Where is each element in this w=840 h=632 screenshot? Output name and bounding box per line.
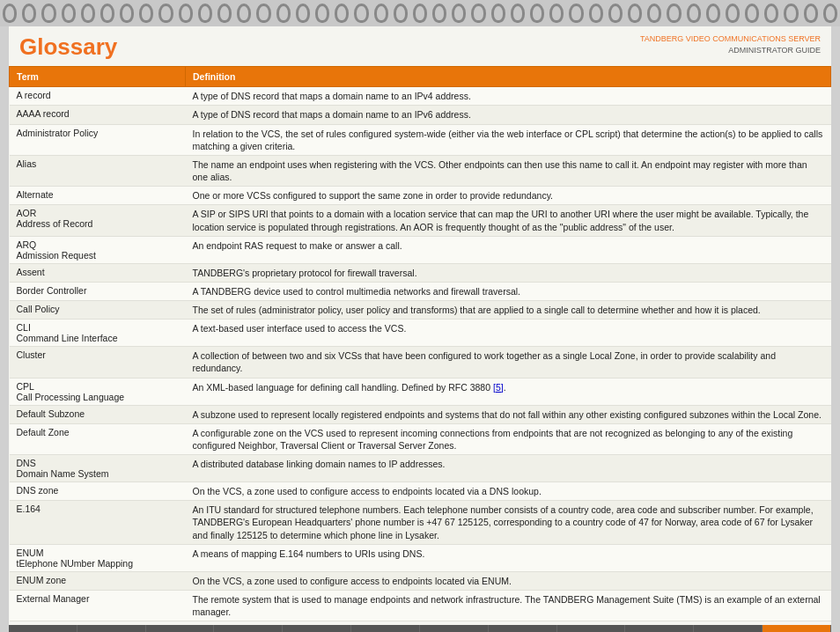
col-header-term: Term [10, 67, 186, 87]
term-cell: External Manager [10, 590, 186, 621]
spiral-coil [726, 4, 740, 23]
term-cell: Call Policy [10, 301, 186, 320]
spiral-coil [81, 4, 95, 23]
spiral-coil [491, 4, 505, 23]
spiral-coil [374, 4, 388, 23]
spiral-coil [589, 4, 603, 23]
table-row: Administrator PolicyIn relation to the V… [10, 124, 831, 155]
spiral-coil [432, 4, 446, 23]
spiral-coil [511, 4, 525, 23]
spiral-coil [471, 4, 485, 23]
table-row: CPL Call Processing LanguageAn XML-based… [10, 378, 831, 405]
page-header: Glossary TANDBERG VIDEO COMMUNICATIONS S… [9, 26, 831, 66]
term-cell: Border Controller [10, 282, 186, 300]
table-row: AAAA recordA type of DNS record that map… [10, 106, 831, 124]
spiral-coil [764, 4, 778, 23]
table-row: AlternateOne or more VCSs configured to … [10, 187, 831, 205]
spiral-coil [530, 4, 544, 23]
table-row: DNS zoneOn the VCS, a zone used to confi… [10, 482, 831, 501]
def-cell: A subzone used to represent locally regi… [186, 405, 831, 423]
nav-tab-appendices[interactable]: Appendices [763, 625, 831, 632]
spiral-coil [158, 4, 173, 23]
nav-tab-firewall-traversal[interactable]: Firewall Traversal [557, 625, 626, 632]
nav-tab-bandwidth-control[interactable]: Bandwidth Control [489, 625, 557, 632]
spiral-coil [315, 4, 329, 23]
def-cell: A collection of between two and six VCSs… [186, 347, 831, 378]
term-cell: Alternate [10, 187, 186, 205]
nav-tab-overview-and-status[interactable]: Overview and Status [146, 625, 215, 632]
bottom-nav: IntroductionGetting StartedOverview and … [9, 625, 831, 632]
def-cell: A type of DNS record that maps a domain … [186, 106, 831, 124]
def-cell: A text-based user interface used to acce… [186, 320, 831, 347]
table-row: ENUM zoneOn the VCS, a zone used to conf… [10, 571, 831, 590]
def-cell: A means of mapping E.164 numbers to URIs… [186, 544, 831, 571]
nav-tab-zones-and-neighbors[interactable]: Zones and Neighbors [351, 625, 420, 632]
spiral-coil [628, 4, 642, 23]
term-cell: Administrator Policy [10, 124, 186, 155]
table-row: ClusterA collection of between two and s… [10, 347, 831, 378]
spiral-coil [120, 4, 134, 23]
spiral-coil [217, 4, 232, 23]
def-cell: A configurable zone on the VCS used to r… [186, 423, 831, 454]
spiral-coil [296, 4, 310, 23]
spiral-coil [335, 4, 349, 23]
def-cell: The remote system that is used to manage… [186, 590, 831, 621]
footnote-link[interactable]: [5] [493, 382, 504, 393]
spiral-coil [100, 4, 114, 23]
header-right: TANDBERG VIDEO COMMUNICATIONS SERVER ADM… [640, 33, 821, 55]
term-cell: ENUM zone [10, 571, 186, 590]
table-row: AssentTANDBERG's proprietary protocol fo… [10, 263, 831, 282]
spiral-coil [394, 4, 408, 23]
spiral-coil [41, 4, 55, 23]
nav-tab-applications[interactable]: Applications [625, 625, 694, 632]
def-cell: The set of rules (administrator policy, … [186, 301, 831, 320]
product-name: VIDEO COMMUNICATIONS SERVER [686, 34, 821, 43]
guide-text: ADMINISTRATOR GUIDE [640, 45, 821, 56]
spiral-coil [647, 4, 661, 23]
table-row: AliasThe name an endpoint uses when regi… [10, 155, 831, 186]
def-cell: A distributed database linking domain na… [186, 455, 831, 482]
def-cell: On the VCS, a zone used to configure acc… [186, 571, 831, 590]
spiral-coil [784, 4, 798, 23]
term-cell: DNS Domain Name System [10, 455, 186, 482]
table-row: ARQ Admission RequestAn endpoint RAS req… [10, 236, 831, 263]
spiral-coil [706, 4, 720, 23]
table-row: A recordA type of DNS record that maps a… [10, 87, 831, 106]
nav-tab-system-configuration[interactable]: System Configuration [214, 625, 283, 632]
def-cell: In relation to the VCS, the set of rules… [186, 124, 831, 155]
term-cell: CPL Call Processing Language [10, 378, 186, 405]
spiral-coil [139, 4, 153, 23]
spiral-coil [687, 4, 701, 23]
nav-tab-getting-started[interactable]: Getting Started [77, 625, 146, 632]
term-cell: AAAA record [10, 106, 186, 124]
nav-tab-introduction[interactable]: Introduction [9, 625, 77, 632]
spiral-binding [0, 0, 840, 26]
spiral-coil [549, 4, 564, 23]
spiral-coil [237, 4, 251, 23]
spiral-coil [22, 4, 36, 23]
nav-tab-maintenance[interactable]: Maintenance [694, 625, 763, 632]
spiral-coil [804, 4, 818, 23]
col-header-def: Definition [186, 67, 831, 87]
table-row: Border ControllerA TANDBERG device used … [10, 282, 831, 300]
spiral-coil [276, 4, 291, 23]
def-cell: An ITU standard for structured telephone… [186, 501, 831, 545]
table-row: DNS Domain Name SystemA distributed data… [10, 455, 831, 482]
term-cell: E.164 [10, 501, 186, 545]
term-cell: AOR Address of Record [10, 205, 186, 236]
def-cell: A type of DNS record that maps a domain … [186, 87, 831, 106]
def-cell: The name an endpoint uses when registeri… [186, 155, 831, 186]
term-cell: CLI Command Line Interface [10, 320, 186, 347]
table-row: CLI Command Line InterfaceA text-based u… [10, 320, 831, 347]
nav-tab-vcs-configuration[interactable]: VCS Configuration [283, 625, 351, 632]
term-cell: Cluster [10, 347, 186, 378]
spiral-coil [667, 4, 681, 23]
table-row: ENUM tElephone NUmber MappingA means of … [10, 544, 831, 571]
spiral-coil [354, 4, 368, 23]
company-name: TANDBERG VIDEO COMMUNICATIONS SERVER [640, 33, 821, 45]
def-cell: On the VCS, a zone used to configure acc… [186, 482, 831, 501]
spiral-coil [3, 4, 17, 23]
nav-tab-call-processing[interactable]: Call Processing [420, 625, 489, 632]
def-cell: TANDBERG's proprietary protocol for fire… [186, 263, 831, 282]
spiral-coil [62, 4, 76, 23]
